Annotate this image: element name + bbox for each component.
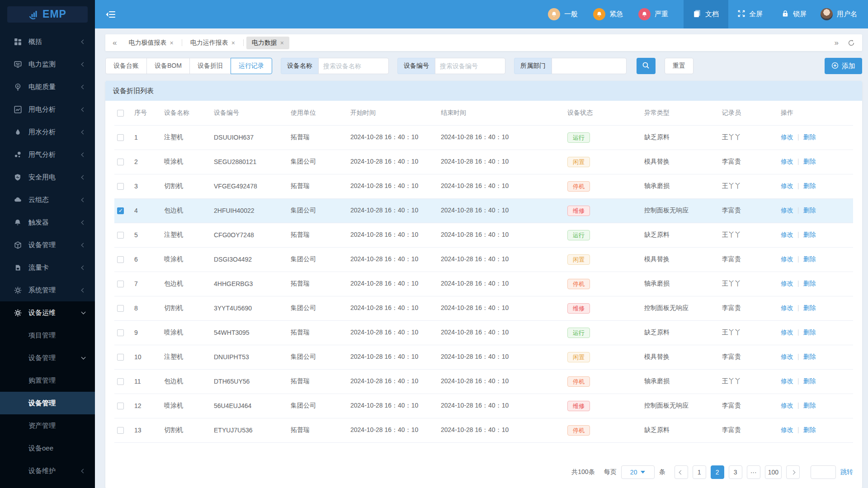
close-icon[interactable]: × (231, 39, 235, 47)
page-button[interactable]: 100 (765, 465, 782, 479)
edit-link[interactable]: 修改 (781, 328, 793, 336)
header-nav-fullscreen[interactable]: 全屏 (728, 0, 772, 28)
sidebar-item-device-ops[interactable]: 设备运维 (0, 301, 95, 324)
tab-power-operation[interactable]: 电力运作报表 × (185, 37, 241, 49)
page-button[interactable]: 2 (711, 465, 724, 479)
sidebar-subitem[interactable]: 购置管理 (0, 369, 95, 392)
close-icon[interactable]: × (170, 39, 173, 47)
next-page-button[interactable] (786, 465, 800, 479)
delete-link[interactable]: 删除 (803, 304, 816, 311)
segment-run-record[interactable]: 运行记录 (231, 58, 272, 74)
delete-link[interactable]: 删除 (803, 182, 816, 189)
segment-device-bom[interactable]: 设备BOM (146, 58, 190, 74)
row-checkbox[interactable] (117, 183, 124, 190)
delete-link[interactable]: 删除 (803, 426, 816, 433)
close-icon[interactable]: × (280, 39, 284, 47)
delete-link[interactable]: 删除 (803, 158, 816, 165)
row-checkbox[interactable] (117, 329, 124, 336)
row-checkbox[interactable] (117, 232, 124, 239)
row-checkbox[interactable] (117, 305, 124, 312)
edit-link[interactable]: 修改 (781, 182, 793, 189)
sidebar-item-trigger[interactable]: 触发器 (0, 211, 95, 234)
row-checkbox[interactable] (117, 427, 124, 434)
row-checkbox[interactable] (117, 159, 124, 165)
sidebar-subitem[interactable]: 项目管理 (0, 324, 95, 347)
sidebar-item-gas-analysis[interactable]: 用气分析 (0, 143, 95, 166)
sidebar-item-device-mgmt[interactable]: 设备管理 (0, 234, 95, 256)
delete-link[interactable]: 删除 (803, 328, 816, 336)
sidebar-toggle-icon[interactable] (106, 10, 116, 19)
sidebar-item-water-analysis[interactable]: 用水分析 (0, 121, 95, 143)
delete-link[interactable]: 删除 (803, 255, 816, 263)
edit-link[interactable]: 修改 (781, 133, 793, 141)
tab-power-data[interactable]: 电力数据 × (246, 37, 289, 49)
sidebar-item-safe-power[interactable]: 安全用电 (0, 166, 95, 188)
cell-device-code: SEGU2880121 (214, 150, 291, 174)
user-menu[interactable]: 用户名 (816, 8, 868, 20)
sidebar-subitem[interactable]: 设备维护 (0, 460, 95, 482)
header-nav-lock[interactable]: 锁屏 (772, 0, 816, 28)
tabs-scroll-left-icon[interactable]: « (113, 38, 117, 47)
sidebar-item-overview[interactable]: 概括 (0, 30, 95, 53)
edit-link[interactable]: 修改 (781, 377, 793, 385)
row-checkbox[interactable] (117, 134, 124, 141)
delete-link[interactable]: 删除 (803, 206, 816, 214)
reset-button[interactable]: 重置 (665, 58, 693, 74)
delete-link[interactable]: 删除 (803, 231, 816, 238)
sidebar-item-power-monitor[interactable]: 电力监测 (0, 53, 95, 75)
device-code-input[interactable] (435, 58, 505, 74)
sidebar-subitem[interactable]: 设备管理 (0, 347, 95, 369)
row-checkbox[interactable] (117, 281, 124, 287)
sidebar-item-cloud-config[interactable]: 云组态 (0, 188, 95, 211)
delete-link[interactable]: 删除 (803, 280, 816, 287)
row-checkbox[interactable] (117, 207, 124, 214)
sidebar-subitem[interactable]: 设备oee (0, 437, 95, 460)
sidebar-subitem[interactable]: 资产管理 (0, 414, 95, 437)
page-button[interactable]: 3 (729, 465, 742, 479)
edit-link[interactable]: 修改 (781, 231, 793, 238)
page-size-select[interactable]: 20 (621, 465, 655, 479)
edit-link[interactable]: 修改 (781, 304, 793, 311)
sidebar-item-power-analysis[interactable]: 用电分析 (0, 98, 95, 121)
row-checkbox[interactable] (117, 256, 124, 263)
delete-link[interactable]: 删除 (803, 133, 816, 141)
edit-link[interactable]: 修改 (781, 158, 793, 165)
device-name-input[interactable] (318, 58, 389, 74)
delete-link[interactable]: 删除 (803, 377, 816, 385)
row-checkbox[interactable] (117, 403, 124, 409)
edit-link[interactable]: 修改 (781, 280, 793, 287)
select-all-checkbox[interactable] (117, 110, 124, 117)
page-button[interactable]: 1 (693, 465, 706, 479)
alert-urgent[interactable]: 紧急 (593, 8, 623, 20)
chevron-left-icon (81, 243, 86, 247)
segment-device-ledger[interactable]: 设备台账 (105, 58, 147, 74)
sidebar-item-power-quality[interactable]: 电能质量 (0, 75, 95, 98)
sidebar-subitem[interactable]: 设备管理 (0, 392, 95, 414)
jump-button[interactable]: 跳转 (840, 468, 853, 476)
alert-general[interactable]: 一般 (548, 8, 578, 20)
prev-page-button[interactable] (675, 465, 688, 479)
header-nav-docs[interactable]: 文档 (684, 0, 728, 28)
row-checkbox[interactable] (117, 378, 124, 385)
row-checkbox[interactable] (117, 354, 124, 361)
edit-link[interactable]: 修改 (781, 402, 793, 409)
delete-link[interactable]: 删除 (803, 402, 816, 409)
edit-link[interactable]: 修改 (781, 255, 793, 263)
edit-link[interactable]: 修改 (781, 353, 793, 360)
edit-link[interactable]: 修改 (781, 426, 793, 433)
department-input[interactable] (552, 58, 627, 74)
alert-severe[interactable]: 严重 (638, 8, 668, 20)
add-button[interactable]: 添加 (825, 58, 862, 74)
page-button[interactable]: ··· (747, 465, 760, 479)
tab-power-extremes[interactable]: 电力极值报表 × (123, 37, 179, 49)
segment-depreciation[interactable]: 设备折旧 (189, 58, 231, 74)
tabs-scroll-right-icon[interactable]: » (835, 38, 839, 47)
sidebar-item-system-mgmt[interactable]: 系统管理 (0, 279, 95, 301)
sidebar-subitem[interactable]: 知识库 (0, 482, 95, 488)
sidebar-item-sim-card[interactable]: 流量卡 (0, 256, 95, 279)
search-button[interactable] (637, 58, 656, 74)
delete-link[interactable]: 删除 (803, 353, 816, 360)
edit-link[interactable]: 修改 (781, 206, 793, 214)
jump-page-input[interactable] (811, 465, 836, 479)
refresh-icon[interactable] (848, 39, 855, 47)
